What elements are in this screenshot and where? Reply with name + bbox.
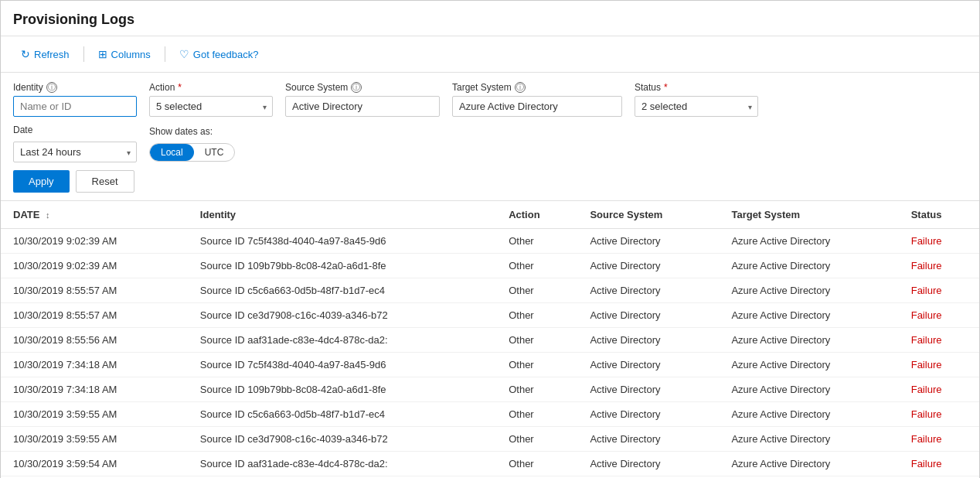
source-system-value: Active Directory	[285, 96, 440, 117]
cell-status: Failure	[899, 402, 979, 427]
table-row[interactable]: 10/30/2019 3:59:55 AM Source ID c5c6a663…	[1, 402, 979, 427]
show-dates-label: Show dates as:	[149, 126, 235, 137]
action-filter-group: Action * 5 selected ▾	[149, 82, 273, 117]
cell-date: 10/30/2019 9:02:39 AM	[1, 254, 188, 278]
action-label: Action *	[149, 82, 273, 93]
status-required-mark: *	[664, 82, 668, 93]
cell-action: Other	[496, 427, 577, 452]
target-system-value: Azure Active Directory	[452, 96, 622, 117]
cell-status: Failure	[899, 303, 979, 328]
source-system-info-icon[interactable]: ⓘ	[351, 82, 362, 93]
filters-panel: Identity ⓘ Action * 5 selected ▾ Source …	[1, 73, 979, 201]
filter-row-1: Identity ⓘ Action * 5 selected ▾ Source …	[13, 82, 967, 117]
col-status[interactable]: Status	[899, 201, 979, 229]
date-label: Date	[13, 125, 137, 135]
date-select[interactable]: Last 24 hours	[13, 142, 137, 162]
cell-identity: Source ID aaf31ade-c83e-4dc4-878c-da2:	[188, 452, 496, 476]
identity-input[interactable]	[13, 96, 137, 117]
action-select-wrapper: 5 selected ▾	[149, 96, 273, 117]
table-row[interactable]: 10/30/2019 3:59:55 AM Source ID ce3d7908…	[1, 427, 979, 452]
refresh-button[interactable]: ↻ Refresh	[13, 44, 77, 64]
toolbar-divider-1	[83, 46, 84, 62]
table-row[interactable]: 10/30/2019 7:34:18 AM Source ID 109b79bb…	[1, 377, 979, 402]
cell-source-system: Active Directory	[577, 353, 719, 377]
identity-filter-group: Identity ⓘ	[13, 82, 137, 117]
cell-target-system: Azure Active Directory	[719, 402, 898, 427]
filter-actions: Apply Reset	[13, 170, 967, 193]
cell-identity: Source ID 109b79bb-8c08-42a0-a6d1-8fe	[188, 254, 496, 278]
source-system-label: Source System ⓘ	[285, 82, 440, 93]
status-select-wrapper: 2 selected ▾	[635, 96, 758, 117]
columns-label: Columns	[111, 49, 151, 60]
action-required-mark: *	[178, 82, 182, 93]
target-system-filter-group: Target System ⓘ Azure Active Directory	[452, 82, 622, 117]
table-body: 10/30/2019 9:02:39 AM Source ID 7c5f438d…	[1, 229, 979, 479]
cell-source-system: Active Directory	[577, 377, 719, 402]
cell-date: 10/30/2019 8:55:57 AM	[1, 278, 188, 303]
toolbar: ↻ Refresh ⊞ Columns ♡ Got feedback?	[1, 36, 979, 73]
reset-button[interactable]: Reset	[76, 170, 134, 193]
cell-source-system: Active Directory	[577, 303, 719, 328]
cell-identity: Source ID c5c6a663-0d5b-48f7-b1d7-ec4	[188, 278, 496, 303]
cell-identity: Source ID ce3d7908-c16c-4039-a346-b72	[188, 303, 496, 328]
col-date[interactable]: DATE ↕	[1, 201, 188, 229]
cell-source-system: Active Directory	[577, 229, 719, 254]
cell-action: Other	[496, 278, 577, 303]
apply-button[interactable]: Apply	[13, 170, 70, 193]
cell-status: Failure	[899, 328, 979, 353]
col-action[interactable]: Action	[496, 201, 577, 229]
cell-date: 10/30/2019 3:59:55 AM	[1, 427, 188, 452]
table-row[interactable]: 10/30/2019 8:55:56 AM Source ID aaf31ade…	[1, 328, 979, 353]
cell-status: Failure	[899, 353, 979, 377]
table-row[interactable]: 10/30/2019 8:55:57 AM Source ID c5c6a663…	[1, 278, 979, 303]
cell-identity: Source ID 7c5f438d-4040-4a97-8a45-9d6	[188, 353, 496, 377]
cell-date: 10/30/2019 7:34:18 AM	[1, 377, 188, 402]
refresh-icon: ↻	[21, 48, 30, 60]
provisioning-table: DATE ↕ Identity Action Source System Tar…	[1, 201, 979, 478]
cell-date: 10/30/2019 3:59:54 AM	[1, 452, 188, 476]
table-row[interactable]: 10/30/2019 9:02:39 AM Source ID 7c5f438d…	[1, 229, 979, 254]
cell-action: Other	[496, 254, 577, 278]
col-source-system[interactable]: Source System	[577, 201, 719, 229]
columns-button[interactable]: ⊞ Columns	[90, 44, 158, 64]
cell-identity: Source ID 7c5f438d-4040-4a97-8a45-9d6	[188, 229, 496, 254]
cell-status: Failure	[899, 229, 979, 254]
feedback-icon: ♡	[179, 48, 189, 60]
cell-status: Failure	[899, 452, 979, 476]
cell-date: 10/30/2019 8:55:57 AM	[1, 303, 188, 328]
cell-target-system: Azure Active Directory	[719, 229, 898, 254]
cell-action: Other	[496, 229, 577, 254]
identity-info-icon[interactable]: ⓘ	[46, 82, 57, 93]
page-title: Provisioning Logs	[13, 12, 967, 28]
table-row[interactable]: 10/30/2019 7:34:18 AM Source ID 7c5f438d…	[1, 353, 979, 377]
cell-target-system: Azure Active Directory	[719, 353, 898, 377]
toggle-utc[interactable]: UTC	[194, 144, 235, 161]
cell-date: 10/30/2019 8:55:56 AM	[1, 328, 188, 353]
col-identity[interactable]: Identity	[188, 201, 496, 229]
cell-target-system: Azure Active Directory	[719, 427, 898, 452]
cell-source-system: Active Directory	[577, 328, 719, 353]
cell-source-system: Active Directory	[577, 452, 719, 476]
cell-action: Other	[496, 328, 577, 353]
cell-source-system: Active Directory	[577, 254, 719, 278]
feedback-button[interactable]: ♡ Got feedback?	[172, 44, 267, 64]
cell-action: Other	[496, 377, 577, 402]
date-toggle-group: Local UTC	[149, 143, 235, 162]
action-select[interactable]: 5 selected	[149, 96, 273, 117]
identity-label: Identity ⓘ	[13, 82, 137, 93]
date-select-wrapper: Last 24 hours ▾	[13, 142, 137, 162]
table-row[interactable]: 10/30/2019 9:02:39 AM Source ID 109b79bb…	[1, 254, 979, 278]
feedback-label: Got feedback?	[193, 49, 259, 60]
date-row: Date Last 24 hours ▾ Show dates as: Loca…	[13, 125, 967, 162]
cell-target-system: Azure Active Directory	[719, 328, 898, 353]
table-row[interactable]: 10/30/2019 3:59:54 AM Source ID aaf31ade…	[1, 452, 979, 476]
target-system-info-icon[interactable]: ⓘ	[515, 82, 526, 93]
col-target-system[interactable]: Target System	[719, 201, 898, 229]
status-select[interactable]: 2 selected	[635, 96, 758, 117]
source-system-filter-group: Source System ⓘ Active Directory	[285, 82, 440, 117]
cell-date: 10/30/2019 9:02:39 AM	[1, 229, 188, 254]
table-row[interactable]: 10/30/2019 8:55:57 AM Source ID ce3d7908…	[1, 303, 979, 328]
cell-status: Failure	[899, 427, 979, 452]
toggle-local[interactable]: Local	[150, 144, 194, 161]
show-dates-group: Show dates as: Local UTC	[149, 126, 235, 162]
